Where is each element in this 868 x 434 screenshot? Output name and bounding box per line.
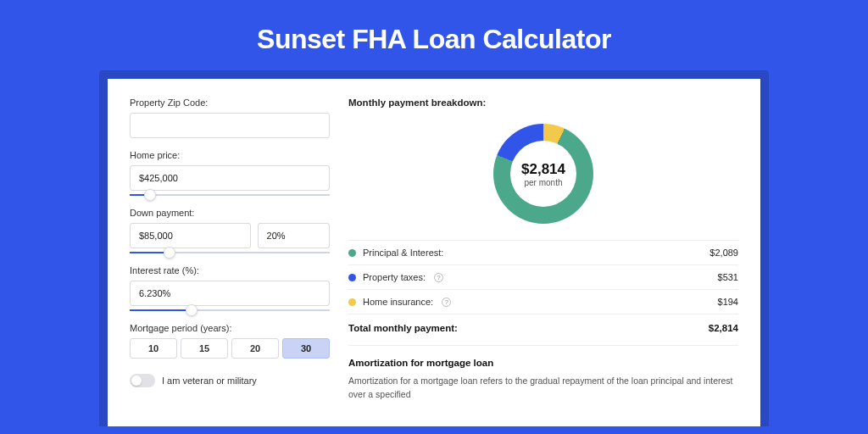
home-price-input[interactable] bbox=[130, 165, 330, 191]
field-zip: Property Zip Code: bbox=[130, 97, 330, 138]
field-period: Mortgage period (years): 10 15 20 30 bbox=[130, 323, 330, 359]
home-price-slider[interactable] bbox=[130, 194, 330, 196]
field-down-payment: Down payment: bbox=[130, 208, 330, 253]
legend-label: Home insurance: bbox=[363, 297, 433, 307]
legend-label: Principal & Interest: bbox=[363, 248, 443, 258]
period-label: Mortgage period (years): bbox=[130, 323, 330, 333]
donut-sub: per month bbox=[524, 178, 562, 187]
legend-row-insurance: Home insurance: ? $194 bbox=[348, 289, 738, 314]
down-payment-input[interactable] bbox=[130, 223, 251, 248]
page-title: Sunset FHA Loan Calculator bbox=[0, 0, 868, 70]
veteran-toggle-row: I am veteran or military bbox=[130, 374, 330, 387]
card-backplate: Property Zip Code: Home price: Down paym… bbox=[99, 70, 769, 426]
amortization-title: Amortization for mortgage loan bbox=[348, 345, 738, 368]
period-btn-10[interactable]: 10 bbox=[130, 338, 177, 359]
legend-value: $194 bbox=[718, 297, 738, 307]
zip-input[interactable] bbox=[130, 113, 330, 138]
info-icon[interactable]: ? bbox=[434, 273, 443, 282]
interest-label: Interest rate (%): bbox=[130, 265, 330, 275]
down-payment-pct-input[interactable] bbox=[258, 223, 330, 248]
donut-chart: $2,814 per month bbox=[493, 124, 593, 224]
period-btn-20[interactable]: 20 bbox=[231, 338, 279, 359]
home-price-label: Home price: bbox=[130, 150, 330, 160]
legend-label: Property taxes: bbox=[363, 272, 426, 282]
total-row: Total monthly payment: $2,814 bbox=[348, 314, 738, 345]
calculator-card: Property Zip Code: Home price: Down paym… bbox=[108, 79, 760, 426]
donut-chart-wrap: $2,814 per month bbox=[348, 116, 738, 231]
period-btn-30[interactable]: 30 bbox=[282, 338, 330, 359]
donut-center: $2,814 per month bbox=[493, 124, 593, 224]
breakdown-title: Monthly payment breakdown: bbox=[348, 97, 738, 116]
slider-thumb-icon[interactable] bbox=[164, 247, 175, 259]
interest-slider[interactable] bbox=[130, 309, 330, 311]
slider-thumb-icon[interactable] bbox=[186, 304, 198, 316]
period-options: 10 15 20 30 bbox=[130, 338, 330, 359]
dot-icon bbox=[348, 249, 356, 257]
period-btn-15[interactable]: 15 bbox=[181, 338, 228, 359]
form-column: Property Zip Code: Home price: Down paym… bbox=[130, 97, 330, 426]
info-icon[interactable]: ? bbox=[442, 298, 451, 307]
legend-row-principal: Principal & Interest: $2,089 bbox=[348, 240, 738, 264]
field-interest: Interest rate (%): bbox=[130, 265, 330, 311]
amortization-body: Amortization for a mortgage loan refers … bbox=[348, 375, 738, 402]
interest-input[interactable] bbox=[130, 281, 330, 306]
veteran-label: I am veteran or military bbox=[162, 376, 257, 386]
zip-label: Property Zip Code: bbox=[130, 97, 330, 108]
total-value: $2,814 bbox=[709, 323, 738, 333]
legend-value: $2,089 bbox=[709, 248, 738, 258]
dot-icon bbox=[348, 274, 356, 281]
down-payment-slider[interactable] bbox=[130, 252, 330, 253]
dot-icon bbox=[348, 298, 356, 306]
veteran-toggle[interactable] bbox=[130, 374, 155, 387]
total-label: Total monthly payment: bbox=[348, 323, 458, 333]
slider-thumb-icon[interactable] bbox=[144, 189, 156, 201]
toggle-knob-icon bbox=[131, 376, 142, 386]
results-column: Monthly payment breakdown: $2,814 per mo… bbox=[348, 97, 738, 426]
legend-row-taxes: Property taxes: ? $531 bbox=[348, 264, 738, 289]
down-payment-label: Down payment: bbox=[130, 208, 330, 218]
donut-amount: $2,814 bbox=[521, 161, 565, 178]
legend-value: $531 bbox=[718, 272, 738, 282]
field-home-price: Home price: bbox=[130, 150, 330, 196]
